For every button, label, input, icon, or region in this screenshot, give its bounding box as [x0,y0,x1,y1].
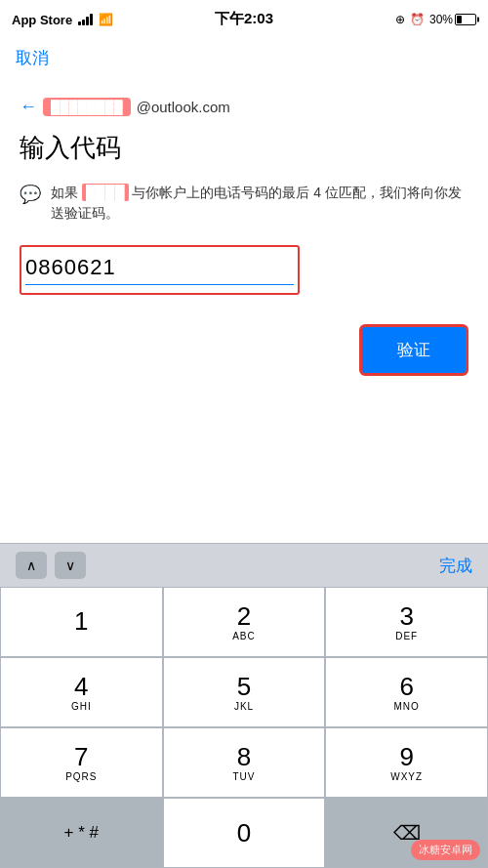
key-4-letters: GHI [71,701,92,712]
page-title: 输入代码 [20,131,468,165]
status-bar: App Store 📶 下午2:03 ⊕ ⏰ 30% [0,0,488,39]
code-input[interactable] [25,255,294,280]
done-button[interactable]: 完成 [439,555,472,577]
key-symbols[interactable]: + * # [0,798,163,868]
key-5-num: 5 [237,674,251,699]
name-masked: ████ [82,184,129,201]
key-symbols-label: + * # [64,823,99,843]
email-masked: ████████ [43,98,131,116]
key-8-letters: TUV [232,771,255,782]
input-underline [25,284,294,285]
info-row: 💬 如果 ████ 与你帐户上的电话号码的最后 4 位匹配，我们将向你发送验证码… [20,183,468,224]
key-6-letters: MNO [393,701,419,712]
verify-button[interactable]: 验证 [359,324,468,376]
key-3-letters: DEF [395,631,418,641]
key-3[interactable]: 3 DEF [325,587,488,657]
back-row: ← ████████ @outlook.com [20,97,468,117]
key-2-letters: ABC [232,631,256,641]
arrow-up-button[interactable]: ∧ [16,552,47,579]
status-time: 下午2:03 [215,10,273,28]
chevron-up-icon: ∧ [26,558,36,573]
status-left: App Store 📶 [12,13,113,27]
key-5-letters: JKL [234,701,254,712]
alarm-icon: ⏰ [410,13,425,26]
key-2[interactable]: 2 ABC [163,587,326,657]
key-6-num: 6 [399,674,413,699]
main-content: ← ████████ @outlook.com 输入代码 💬 如果 ████ 与… [0,81,488,395]
key-7-letters: PQRS [65,771,97,782]
app-store-label: App Store [12,13,72,27]
key-7[interactable]: 7 PQRS [0,727,163,798]
numpad: 1 2 ABC 3 DEF 4 GHI 5 JKL 6 MNO 7 PQRS [0,587,488,868]
key-9[interactable]: 9 WXYZ [325,727,488,798]
signal-icon [78,14,93,25]
key-9-num: 9 [399,744,413,769]
key-6[interactable]: 6 MNO [325,657,488,727]
watermark: 冰糖安卓网 [411,840,480,860]
key-8[interactable]: 8 TUV [163,727,326,798]
chat-icon: 💬 [20,184,41,205]
key-0-num: 0 [237,820,251,846]
email-text: @outlook.com [137,99,230,115]
location-icon: ⊕ [395,13,405,26]
key-0[interactable]: 0 [163,798,326,868]
keyboard-toolbar: ∧ ∨ 完成 [0,543,488,587]
nav-bar: 取消 [0,39,488,81]
key-1-num: 1 [74,608,88,634]
key-1[interactable]: 1 [0,587,163,657]
toolbar-arrows: ∧ ∨ [16,552,86,579]
key-9-letters: WXYZ [390,771,423,782]
verify-row: 验证 [20,324,468,376]
key-4[interactable]: 4 GHI [0,657,163,727]
code-input-wrapper [20,245,300,295]
info-description: 如果 ████ 与你帐户上的电话号码的最后 4 位匹配，我们将向你发送验证码。 [51,183,468,224]
keyboard-area: ∧ ∨ 完成 1 2 ABC 3 DEF 4 GHI 5 JKL [0,543,488,868]
status-right: ⊕ ⏰ 30% [395,13,476,26]
key-2-num: 2 [237,603,251,629]
back-arrow-icon[interactable]: ← [20,97,37,117]
key-8-num: 8 [237,744,251,769]
arrow-down-button[interactable]: ∨ [55,552,86,579]
key-5[interactable]: 5 JKL [163,657,326,727]
key-4-num: 4 [74,674,88,699]
battery-icon [455,14,476,25]
battery-indicator: 30% [429,13,476,26]
key-3-num: 3 [399,603,413,629]
chevron-down-icon: ∨ [65,558,75,573]
key-7-num: 7 [74,744,88,769]
cancel-button[interactable]: 取消 [16,47,49,69]
wifi-icon: 📶 [99,13,113,26]
battery-percent: 30% [429,13,453,26]
